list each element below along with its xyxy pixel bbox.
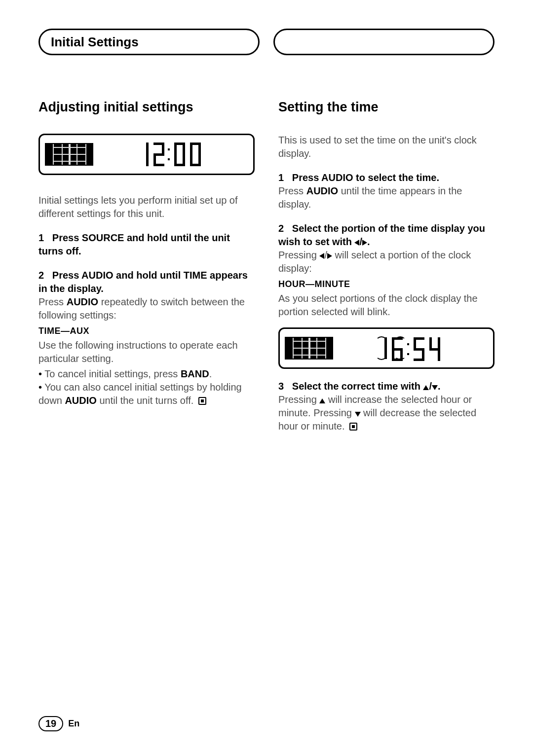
right-step3-body: Pressing will increase the selected hour…	[278, 393, 495, 433]
svg-rect-47	[429, 337, 432, 349]
svg-rect-8	[53, 161, 86, 162]
right-step-3: 3 Select the correct time with /. Pressi…	[278, 380, 495, 433]
tabs-row: Initial Settings	[38, 29, 495, 55]
right-arrow-icon	[327, 253, 332, 259]
svg-rect-22	[190, 144, 192, 165]
svg-rect-40	[407, 343, 409, 345]
right-step2-body: Pressing / will select a portion of the …	[278, 249, 495, 275]
svg-rect-19	[183, 144, 185, 165]
right-step1-body: Press AUDIO until the time appears in th…	[278, 184, 495, 211]
svg-rect-39	[392, 359, 403, 361]
left-step2-body: Press AUDIO repeatedly to switch between…	[38, 295, 255, 322]
step-num: 1	[38, 232, 44, 243]
svg-rect-16	[168, 158, 170, 160]
heading-setting-time: Setting the time	[278, 100, 495, 115]
step-text: Select the correct time with	[292, 381, 423, 392]
bullet-cancel-audio: You can also cancel initial settings by …	[38, 381, 255, 407]
svg-rect-23	[198, 144, 201, 165]
svg-rect-49	[429, 348, 440, 351]
svg-rect-46	[414, 359, 424, 361]
svg-rect-7	[53, 154, 86, 155]
right-intro: This is used to set the time on the unit…	[278, 134, 495, 160]
left-step2-label: 2 Press AUDIO and hold until TIME appear…	[38, 269, 255, 295]
svg-rect-20	[174, 164, 185, 166]
tab-label: Initial Settings	[51, 35, 139, 50]
language-code: En	[68, 719, 79, 729]
lcd-bars-icon	[45, 143, 93, 166]
step-text: Press AUDIO to select the time.	[292, 172, 439, 183]
lcd-digits-1654-blink	[342, 333, 490, 363]
svg-rect-43	[414, 338, 416, 349]
svg-rect-34	[384, 337, 387, 359]
svg-rect-41	[407, 353, 409, 355]
setting-list: TIME—AUX	[38, 325, 255, 337]
svg-rect-15	[168, 148, 170, 150]
left-arrow-icon	[319, 253, 324, 259]
section-end-icon	[198, 397, 206, 405]
hour-minute: HOUR—MINUTE	[278, 278, 495, 290]
svg-rect-6	[53, 147, 86, 148]
svg-rect-13	[153, 154, 156, 165]
step-text: Press SOURCE and hold until the unit tur…	[38, 232, 230, 256]
lcd-display-1200	[38, 134, 255, 175]
up-arrow-icon	[423, 385, 429, 390]
bullet-cancel-band: To cancel initial settings, press BAND.	[38, 367, 255, 381]
right-step3-label: 3 Select the correct time with /.	[278, 380, 495, 393]
svg-rect-38	[400, 349, 403, 360]
right-step2-label: 2 Select the portion of the time display…	[278, 222, 495, 249]
right-arrow-icon	[362, 240, 367, 246]
left-step-2: 2 Press AUDIO and hold until TIME appear…	[38, 269, 255, 407]
tab-initial-settings: Initial Settings	[38, 29, 260, 55]
right-step-2: 2 Select the portion of the time display…	[278, 222, 495, 319]
step-text: Select the portion of the time display y…	[278, 223, 485, 247]
right-step-1: 1 Press AUDIO to select the time. Press …	[278, 171, 495, 211]
down-arrow-icon	[432, 385, 438, 390]
svg-rect-9	[146, 143, 149, 166]
lcd-bars-icon	[285, 337, 333, 360]
left-arrow-icon	[354, 240, 359, 246]
step-num: 3	[278, 381, 284, 392]
step-num: 2	[38, 270, 44, 281]
svg-rect-33	[293, 355, 326, 356]
tab-empty	[273, 29, 495, 55]
down-arrow-icon	[355, 412, 361, 417]
lcd-digits-1200	[102, 142, 250, 167]
heading-adjusting: Adjusting initial settings	[38, 100, 255, 115]
page-number: 19	[38, 716, 63, 731]
section-end-icon	[349, 423, 357, 431]
left-bullets: To cancel initial settings, press BAND. …	[38, 367, 255, 407]
step-text: Press AUDIO and hold until TIME appears …	[38, 270, 248, 294]
blink-text: As you select portions of the clock disp…	[278, 292, 495, 319]
left-step1-label: 1 Press SOURCE and hold until the unit t…	[38, 231, 255, 258]
svg-rect-14	[153, 164, 164, 166]
right-step1-label: 1 Press AUDIO to select the time.	[278, 171, 495, 184]
step-num: 2	[278, 223, 284, 234]
lcd-display-1654	[278, 327, 495, 369]
up-arrow-icon	[319, 398, 325, 403]
right-column: Setting the time This is used to set the…	[278, 100, 495, 433]
left-column: Adjusting initial settings	[38, 100, 255, 433]
svg-rect-11	[162, 144, 164, 154]
columns: Adjusting initial settings	[38, 100, 495, 433]
page-footer: 19 En	[38, 716, 79, 731]
left-step-1: 1 Press SOURCE and hold until the unit t…	[38, 231, 255, 258]
step-num: 1	[278, 172, 284, 183]
svg-rect-24	[190, 164, 201, 166]
svg-rect-45	[422, 349, 424, 360]
left-intro: Initial settings lets you perform initia…	[38, 194, 255, 220]
svg-rect-31	[293, 341, 326, 342]
use-following: Use the following instructions to operat…	[38, 339, 255, 365]
svg-rect-32	[293, 348, 326, 349]
svg-rect-18	[174, 144, 177, 165]
